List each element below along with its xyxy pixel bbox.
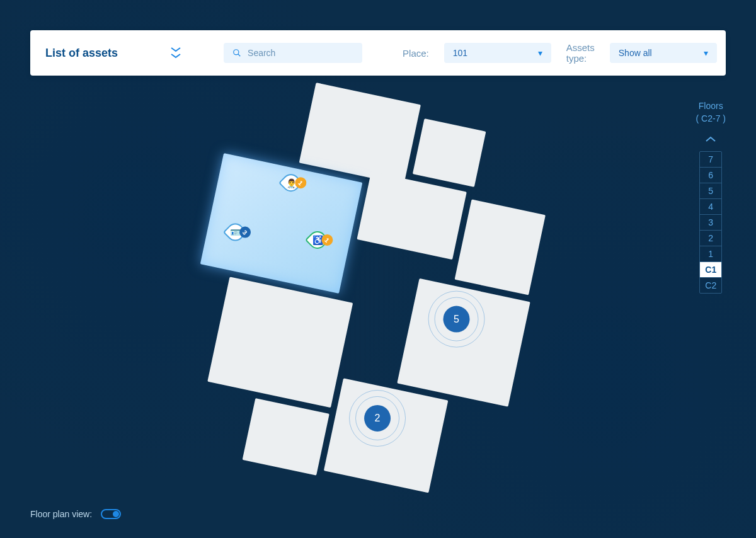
place-value: 101 — [453, 48, 467, 58]
search-icon — [232, 48, 241, 58]
asset-cluster[interactable]: 5 — [444, 306, 470, 333]
room[interactable] — [413, 118, 486, 187]
floor-item-5[interactable]: 5 — [700, 183, 721, 199]
cluster-ring — [435, 297, 479, 341]
assets-type-value: Show all — [619, 48, 652, 58]
place-select[interactable]: 101 ▾ — [444, 43, 551, 63]
svg-line-1 — [238, 54, 241, 57]
chevron-down-icon — [171, 47, 181, 52]
room-highlighted[interactable] — [200, 153, 363, 294]
floor-item-7[interactable]: 7 — [700, 152, 721, 168]
asset-cluster[interactable]: 2 — [364, 405, 391, 432]
asset-marker-card[interactable]: 🪪 3 — [227, 224, 244, 241]
floors-panel: Floors ( C2-7 ) 7654321C1C2 — [696, 101, 726, 294]
assets-type-label: Assets type: — [566, 42, 595, 64]
collapse-toggle[interactable] — [171, 47, 181, 59]
floors-up-button[interactable] — [706, 134, 716, 145]
room[interactable] — [455, 199, 546, 295]
room[interactable] — [207, 277, 353, 408]
floors-range: ( C2-7 ) — [696, 113, 726, 123]
floor-plan[interactable]: 👨‍⚕️ 1 🪪 3 ♿ 1 5 2 — [169, 67, 587, 485]
caret-down-icon: ▾ — [704, 48, 708, 58]
cluster-ring — [355, 396, 399, 440]
caret-down-icon: ▾ — [538, 48, 542, 58]
floor-item-2[interactable]: 2 — [700, 231, 721, 246]
floor-plan-view-label: Floor plan view: — [30, 509, 92, 519]
assets-type-select[interactable]: Show all ▾ — [610, 43, 717, 63]
topbar-title: List of assets — [45, 47, 118, 60]
chevron-up-icon — [706, 136, 716, 142]
floor-item-c1[interactable]: C1 — [700, 262, 721, 278]
floors-list: 7654321C1C2 — [699, 151, 722, 294]
chevron-down-icon — [171, 54, 181, 59]
floor-plan-view-toggle-row: Floor plan view: — [30, 509, 121, 519]
place-label: Place: — [403, 48, 429, 59]
room[interactable] — [357, 171, 466, 260]
search-input[interactable] — [248, 48, 353, 58]
room[interactable] — [299, 83, 421, 185]
floor-item-3[interactable]: 3 — [700, 215, 721, 231]
search-box[interactable] — [224, 43, 362, 63]
asset-marker-wheelchair[interactable]: ♿ 1 — [309, 231, 326, 249]
floor-item-4[interactable]: 4 — [700, 199, 721, 215]
floor-item-c2[interactable]: C2 — [700, 278, 721, 293]
floors-title: Floors — [696, 101, 726, 111]
asset-marker-doctor[interactable]: 👨‍⚕️ 1 — [282, 174, 300, 192]
topbar: List of assets Place: 101 ▾ Assets type:… — [30, 30, 726, 76]
switch-knob — [113, 511, 119, 517]
floor-item-6[interactable]: 6 — [700, 168, 721, 183]
floor-item-1[interactable]: 1 — [700, 246, 721, 262]
svg-point-0 — [234, 50, 239, 55]
floor-plan-view-switch[interactable] — [101, 509, 121, 519]
room[interactable] — [243, 398, 329, 476]
